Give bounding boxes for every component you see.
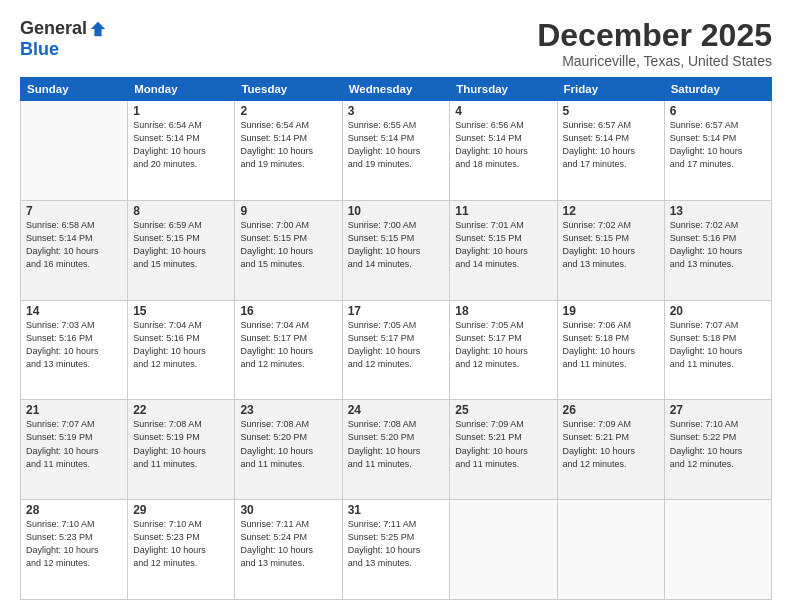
day-number-1-6: 13 — [670, 204, 766, 218]
day-detail-4-1: Sunrise: 7:10 AMSunset: 5:23 PMDaylight:… — [133, 518, 229, 570]
day-cell-0-3: 3Sunrise: 6:55 AMSunset: 5:14 PMDaylight… — [342, 101, 450, 201]
day-cell-3-4: 25Sunrise: 7:09 AMSunset: 5:21 PMDayligh… — [450, 400, 557, 500]
day-number-4-3: 31 — [348, 503, 445, 517]
day-number-3-3: 24 — [348, 403, 445, 417]
title-block: December 2025 Mauriceville, Texas, Unite… — [537, 18, 772, 69]
day-cell-1-4: 11Sunrise: 7:01 AMSunset: 5:15 PMDayligh… — [450, 200, 557, 300]
day-cell-3-6: 27Sunrise: 7:10 AMSunset: 5:22 PMDayligh… — [664, 400, 771, 500]
day-cell-0-0 — [21, 101, 128, 201]
day-number-1-1: 8 — [133, 204, 229, 218]
day-cell-4-0: 28Sunrise: 7:10 AMSunset: 5:23 PMDayligh… — [21, 500, 128, 600]
day-cell-4-4 — [450, 500, 557, 600]
day-number-4-2: 30 — [240, 503, 336, 517]
day-number-3-2: 23 — [240, 403, 336, 417]
day-cell-0-6: 6Sunrise: 6:57 AMSunset: 5:14 PMDaylight… — [664, 101, 771, 201]
day-detail-1-2: Sunrise: 7:00 AMSunset: 5:15 PMDaylight:… — [240, 219, 336, 271]
day-detail-1-1: Sunrise: 6:59 AMSunset: 5:15 PMDaylight:… — [133, 219, 229, 271]
day-detail-0-5: Sunrise: 6:57 AMSunset: 5:14 PMDaylight:… — [563, 119, 659, 171]
day-number-0-6: 6 — [670, 104, 766, 118]
day-detail-0-4: Sunrise: 6:56 AMSunset: 5:14 PMDaylight:… — [455, 119, 551, 171]
day-cell-2-3: 17Sunrise: 7:05 AMSunset: 5:17 PMDayligh… — [342, 300, 450, 400]
logo-blue-text: Blue — [20, 39, 59, 59]
day-detail-4-0: Sunrise: 7:10 AMSunset: 5:23 PMDaylight:… — [26, 518, 122, 570]
day-number-1-0: 7 — [26, 204, 122, 218]
day-detail-0-1: Sunrise: 6:54 AMSunset: 5:14 PMDaylight:… — [133, 119, 229, 171]
day-number-2-2: 16 — [240, 304, 336, 318]
day-number-0-2: 2 — [240, 104, 336, 118]
day-number-1-2: 9 — [240, 204, 336, 218]
calendar: Sunday Monday Tuesday Wednesday Thursday… — [20, 77, 772, 600]
day-detail-1-5: Sunrise: 7:02 AMSunset: 5:15 PMDaylight:… — [563, 219, 659, 271]
day-cell-2-1: 15Sunrise: 7:04 AMSunset: 5:16 PMDayligh… — [128, 300, 235, 400]
header-friday: Friday — [557, 78, 664, 101]
day-cell-0-1: 1Sunrise: 6:54 AMSunset: 5:14 PMDaylight… — [128, 101, 235, 201]
day-cell-1-2: 9Sunrise: 7:00 AMSunset: 5:15 PMDaylight… — [235, 200, 342, 300]
day-detail-2-4: Sunrise: 7:05 AMSunset: 5:17 PMDaylight:… — [455, 319, 551, 371]
day-cell-4-6 — [664, 500, 771, 600]
day-detail-2-3: Sunrise: 7:05 AMSunset: 5:17 PMDaylight:… — [348, 319, 445, 371]
svg-marker-0 — [91, 21, 105, 35]
day-cell-2-2: 16Sunrise: 7:04 AMSunset: 5:17 PMDayligh… — [235, 300, 342, 400]
day-detail-0-6: Sunrise: 6:57 AMSunset: 5:14 PMDaylight:… — [670, 119, 766, 171]
day-detail-4-3: Sunrise: 7:11 AMSunset: 5:25 PMDaylight:… — [348, 518, 445, 570]
day-number-1-5: 12 — [563, 204, 659, 218]
day-cell-0-4: 4Sunrise: 6:56 AMSunset: 5:14 PMDaylight… — [450, 101, 557, 201]
location: Mauriceville, Texas, United States — [537, 53, 772, 69]
day-detail-3-3: Sunrise: 7:08 AMSunset: 5:20 PMDaylight:… — [348, 418, 445, 470]
day-cell-2-4: 18Sunrise: 7:05 AMSunset: 5:17 PMDayligh… — [450, 300, 557, 400]
day-cell-2-0: 14Sunrise: 7:03 AMSunset: 5:16 PMDayligh… — [21, 300, 128, 400]
day-cell-1-0: 7Sunrise: 6:58 AMSunset: 5:14 PMDaylight… — [21, 200, 128, 300]
day-number-0-4: 4 — [455, 104, 551, 118]
day-number-2-6: 20 — [670, 304, 766, 318]
day-cell-0-2: 2Sunrise: 6:54 AMSunset: 5:14 PMDaylight… — [235, 101, 342, 201]
day-number-0-3: 3 — [348, 104, 445, 118]
day-number-3-4: 25 — [455, 403, 551, 417]
header-wednesday: Wednesday — [342, 78, 450, 101]
day-detail-2-2: Sunrise: 7:04 AMSunset: 5:17 PMDaylight:… — [240, 319, 336, 371]
day-detail-1-3: Sunrise: 7:00 AMSunset: 5:15 PMDaylight:… — [348, 219, 445, 271]
header-thursday: Thursday — [450, 78, 557, 101]
day-detail-0-3: Sunrise: 6:55 AMSunset: 5:14 PMDaylight:… — [348, 119, 445, 171]
day-detail-3-1: Sunrise: 7:08 AMSunset: 5:19 PMDaylight:… — [133, 418, 229, 470]
week-row-1: 7Sunrise: 6:58 AMSunset: 5:14 PMDaylight… — [21, 200, 772, 300]
day-number-1-3: 10 — [348, 204, 445, 218]
day-detail-2-1: Sunrise: 7:04 AMSunset: 5:16 PMDaylight:… — [133, 319, 229, 371]
day-cell-1-6: 13Sunrise: 7:02 AMSunset: 5:16 PMDayligh… — [664, 200, 771, 300]
day-cell-3-0: 21Sunrise: 7:07 AMSunset: 5:19 PMDayligh… — [21, 400, 128, 500]
week-row-2: 14Sunrise: 7:03 AMSunset: 5:16 PMDayligh… — [21, 300, 772, 400]
week-row-4: 28Sunrise: 7:10 AMSunset: 5:23 PMDayligh… — [21, 500, 772, 600]
day-detail-2-6: Sunrise: 7:07 AMSunset: 5:18 PMDaylight:… — [670, 319, 766, 371]
day-cell-3-3: 24Sunrise: 7:08 AMSunset: 5:20 PMDayligh… — [342, 400, 450, 500]
header: General Blue December 2025 Mauriceville,… — [20, 18, 772, 69]
day-cell-4-5 — [557, 500, 664, 600]
day-detail-4-2: Sunrise: 7:11 AMSunset: 5:24 PMDaylight:… — [240, 518, 336, 570]
day-number-2-1: 15 — [133, 304, 229, 318]
day-cell-4-2: 30Sunrise: 7:11 AMSunset: 5:24 PMDayligh… — [235, 500, 342, 600]
day-detail-1-4: Sunrise: 7:01 AMSunset: 5:15 PMDaylight:… — [455, 219, 551, 271]
day-detail-2-5: Sunrise: 7:06 AMSunset: 5:18 PMDaylight:… — [563, 319, 659, 371]
header-tuesday: Tuesday — [235, 78, 342, 101]
day-number-4-1: 29 — [133, 503, 229, 517]
day-cell-2-6: 20Sunrise: 7:07 AMSunset: 5:18 PMDayligh… — [664, 300, 771, 400]
header-monday: Monday — [128, 78, 235, 101]
day-number-3-1: 22 — [133, 403, 229, 417]
week-row-0: 1Sunrise: 6:54 AMSunset: 5:14 PMDaylight… — [21, 101, 772, 201]
logo: General Blue — [20, 18, 107, 60]
day-number-2-4: 18 — [455, 304, 551, 318]
day-detail-3-4: Sunrise: 7:09 AMSunset: 5:21 PMDaylight:… — [455, 418, 551, 470]
day-number-3-6: 27 — [670, 403, 766, 417]
day-detail-2-0: Sunrise: 7:03 AMSunset: 5:16 PMDaylight:… — [26, 319, 122, 371]
day-cell-2-5: 19Sunrise: 7:06 AMSunset: 5:18 PMDayligh… — [557, 300, 664, 400]
day-detail-3-0: Sunrise: 7:07 AMSunset: 5:19 PMDaylight:… — [26, 418, 122, 470]
page: General Blue December 2025 Mauriceville,… — [0, 0, 792, 612]
header-saturday: Saturday — [664, 78, 771, 101]
header-sunday: Sunday — [21, 78, 128, 101]
weekday-header-row: Sunday Monday Tuesday Wednesday Thursday… — [21, 78, 772, 101]
day-number-0-1: 1 — [133, 104, 229, 118]
day-number-4-0: 28 — [26, 503, 122, 517]
day-number-1-4: 11 — [455, 204, 551, 218]
month-title: December 2025 — [537, 18, 772, 53]
day-cell-3-5: 26Sunrise: 7:09 AMSunset: 5:21 PMDayligh… — [557, 400, 664, 500]
day-detail-3-5: Sunrise: 7:09 AMSunset: 5:21 PMDaylight:… — [563, 418, 659, 470]
day-number-2-0: 14 — [26, 304, 122, 318]
